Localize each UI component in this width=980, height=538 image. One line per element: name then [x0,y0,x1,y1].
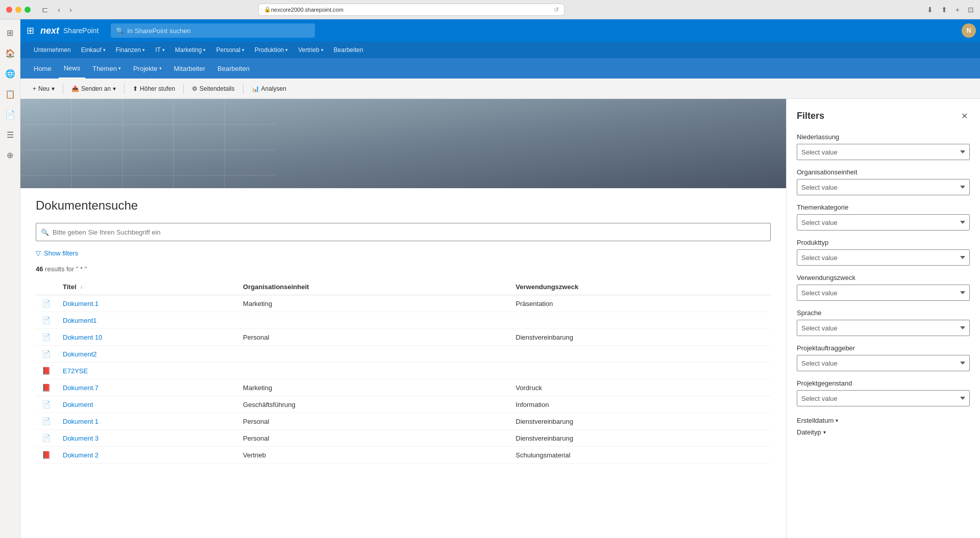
lock-icon: 🔒 [264,6,271,13]
mac-window-controls[interactable] [6,7,31,13]
back-button[interactable]: ‹ [55,4,63,15]
sidebar-toggle-button[interactable]: ⊏ [39,4,52,15]
refresh-icon[interactable]: ↺ [554,6,559,13]
forward-button[interactable]: › [66,4,75,15]
url-text: nexcore2000.sharepoint.com [271,7,344,13]
add-tab-icon[interactable]: + [955,6,960,14]
address-bar[interactable]: 🔒 nexcore2000.sharepoint.com ↺ [258,4,565,16]
maximize-dot[interactable] [24,7,31,13]
mac-nav-buttons[interactable]: ⊏ ‹ › [39,4,75,15]
mac-titlebar: ⊏ ‹ › 🔒 nexcore2000.sharepoint.com ↺ ⬇ ⬆… [0,0,980,19]
download-icon[interactable]: ⬇ [927,6,933,14]
extensions-icon[interactable]: ⊡ [968,6,974,14]
mac-browser-actions: ⬇ ⬆ + ⊡ [927,6,974,14]
close-dot[interactable] [6,7,12,13]
share-icon[interactable]: ⬆ [941,6,947,14]
minimize-dot[interactable] [15,7,21,13]
